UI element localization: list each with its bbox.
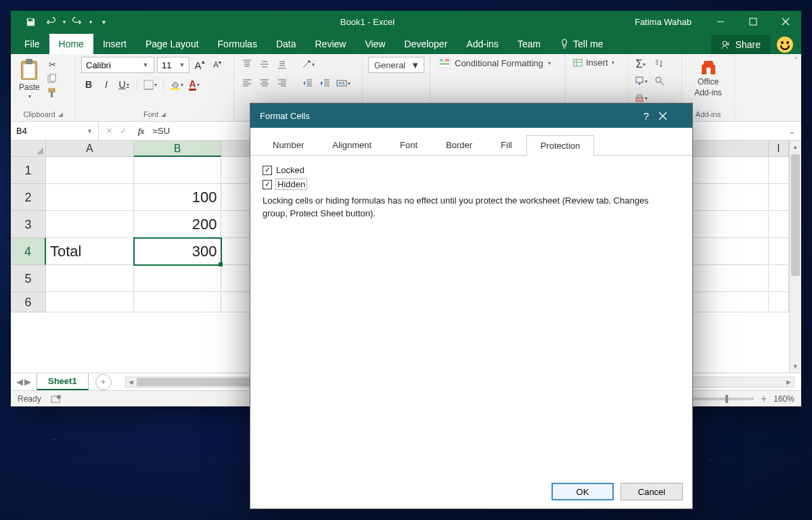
user-name[interactable]: Fatima Wahab: [623, 17, 704, 27]
undo-icon[interactable]: [42, 13, 60, 30]
feedback-smiley-icon[interactable]: [777, 37, 793, 53]
share-button[interactable]: Share: [711, 35, 770, 54]
col-header-b[interactable]: B: [134, 141, 222, 157]
office-addins-button[interactable]: Office Add-ins: [692, 57, 725, 99]
collapse-ribbon-icon[interactable]: ˆ: [790, 54, 801, 69]
number-format-combo[interactable]: General ▼: [368, 57, 424, 73]
align-bottom-icon[interactable]: [275, 57, 290, 72]
cell-a6[interactable]: [46, 292, 134, 312]
paste-button[interactable]: Paste ▾: [16, 57, 43, 101]
row-header-3[interactable]: 3: [11, 211, 46, 238]
tab-developer[interactable]: Developer: [395, 34, 457, 54]
row-header-6[interactable]: 6: [11, 292, 46, 312]
chevron-down-icon[interactable]: ▼: [411, 60, 420, 70]
cell-b2[interactable]: 100: [134, 184, 222, 211]
macro-record-icon[interactable]: [51, 394, 62, 404]
close-button[interactable]: [770, 11, 801, 32]
chevron-down-icon[interactable]: ▼: [140, 62, 151, 68]
dialog-tab-fill[interactable]: Fill: [487, 135, 526, 155]
tab-insert[interactable]: Insert: [93, 34, 136, 54]
tab-formulas[interactable]: Formulas: [208, 34, 267, 54]
align-left-icon[interactable]: [240, 76, 254, 91]
dialog-launcher-icon[interactable]: ◢: [58, 111, 63, 118]
dialog-tab-font[interactable]: Font: [386, 135, 432, 155]
cell-a2[interactable]: [46, 184, 134, 211]
bold-button[interactable]: B: [81, 77, 96, 92]
autosum-icon[interactable]: Σ▾: [633, 57, 648, 72]
underline-button[interactable]: U▾: [116, 77, 131, 92]
cell-a1[interactable]: [46, 157, 134, 184]
ok-button[interactable]: OK: [551, 483, 614, 500]
dialog-tab-border[interactable]: Border: [432, 135, 487, 155]
row-header-2[interactable]: 2: [11, 184, 46, 211]
decrease-font-icon[interactable]: A▾: [210, 57, 225, 72]
dialog-launcher-icon[interactable]: ◢: [161, 111, 166, 118]
name-box[interactable]: B4 ▼: [11, 122, 99, 140]
align-middle-icon[interactable]: [257, 57, 272, 72]
font-name-input[interactable]: [82, 60, 140, 70]
row-header-1[interactable]: 1: [11, 157, 46, 184]
locked-label[interactable]: Locked: [276, 165, 304, 175]
expand-formula-bar-icon[interactable]: ⌄: [783, 126, 801, 136]
cancel-button[interactable]: Cancel: [621, 483, 683, 500]
cell-b3[interactable]: 200: [134, 211, 222, 238]
tab-addins[interactable]: Add-ins: [457, 34, 508, 54]
dialog-help-button[interactable]: ?: [634, 110, 658, 122]
hidden-label[interactable]: Hidden: [276, 179, 307, 189]
tab-team[interactable]: Team: [508, 34, 550, 54]
merge-center-icon[interactable]: ▾: [336, 76, 351, 91]
vertical-scrollbar[interactable]: ▲ ▼: [789, 141, 801, 373]
tab-data[interactable]: Data: [267, 34, 306, 54]
col-header-i[interactable]: I: [769, 141, 789, 157]
dialog-close-button[interactable]: [658, 112, 683, 120]
format-painter-icon[interactable]: [47, 87, 59, 99]
maximize-button[interactable]: [738, 11, 769, 32]
tab-home[interactable]: Home: [49, 34, 93, 54]
align-right-icon[interactable]: [275, 76, 290, 91]
row-header-4[interactable]: 4: [11, 238, 46, 265]
insert-cells-button[interactable]: Insert▾: [571, 57, 616, 68]
dialog-tab-protection[interactable]: Protection: [526, 135, 595, 156]
redo-icon[interactable]: [68, 13, 86, 30]
italic-button[interactable]: I: [99, 77, 114, 92]
align-top-icon[interactable]: [240, 57, 254, 72]
copy-icon[interactable]: [47, 72, 59, 85]
locked-checkbox[interactable]: ✓: [263, 166, 272, 175]
increase-indent-icon[interactable]: [318, 76, 333, 91]
scroll-up-icon[interactable]: ▲: [790, 141, 801, 153]
cut-icon[interactable]: ✂: [47, 58, 59, 70]
zoom-level[interactable]: 160%: [773, 394, 794, 404]
hidden-checkbox[interactable]: ✓: [263, 180, 272, 189]
dialog-tab-number[interactable]: Number: [258, 135, 318, 155]
cell-b4[interactable]: 300: [134, 238, 222, 265]
cell-a4[interactable]: Total: [46, 238, 134, 265]
dialog-titlebar[interactable]: Format Cells ?: [250, 103, 692, 128]
decrease-indent-icon[interactable]: [300, 76, 315, 91]
chevron-down-icon[interactable]: ▼: [177, 62, 187, 68]
cell-b5[interactable]: [134, 265, 222, 292]
select-all-corner[interactable]: [11, 141, 46, 157]
fill-icon[interactable]: ▾: [633, 74, 648, 89]
save-icon[interactable]: [22, 13, 39, 30]
cancel-formula-icon[interactable]: ✕: [103, 126, 116, 136]
font-name-combo[interactable]: ▼: [81, 57, 154, 73]
zoom-in-icon[interactable]: +: [761, 393, 767, 405]
font-size-combo[interactable]: ▼: [157, 57, 189, 73]
zoom-slider[interactable]: [686, 398, 754, 400]
conditional-formatting-button[interactable]: Conditional Formatting▾: [436, 57, 554, 69]
increase-font-icon[interactable]: A▴: [192, 57, 207, 72]
borders-button[interactable]: ▾: [143, 77, 158, 92]
cell-b1[interactable]: [134, 157, 222, 184]
col-header-a[interactable]: A: [46, 141, 134, 157]
fx-label[interactable]: fx: [134, 126, 148, 137]
tab-view[interactable]: View: [355, 34, 394, 54]
cell-a3[interactable]: [46, 211, 134, 238]
dialog-tab-alignment[interactable]: Alignment: [318, 135, 386, 155]
tab-review[interactable]: Review: [306, 34, 356, 54]
qat-customize-icon[interactable]: ▾: [95, 13, 112, 30]
minimize-button[interactable]: [705, 11, 736, 32]
find-select-icon[interactable]: [652, 74, 667, 89]
cell-a5[interactable]: [46, 265, 134, 292]
font-size-input[interactable]: [158, 60, 177, 70]
add-sheet-button[interactable]: +: [95, 374, 112, 390]
